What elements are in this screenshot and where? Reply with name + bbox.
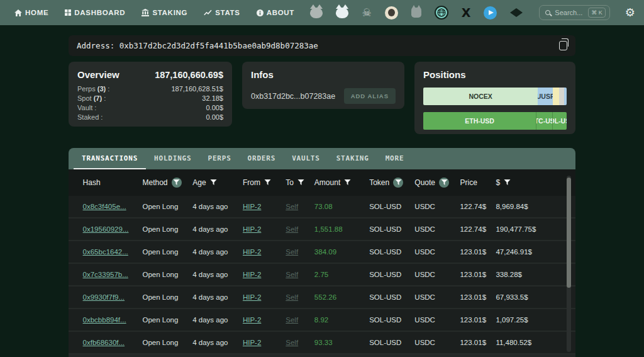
column-label: From xyxy=(243,178,260,187)
cell-price: 123.01$ xyxy=(460,293,496,301)
spot-segment[interactable] xyxy=(564,88,567,105)
tab-transactions[interactable]: TRANSACTIONS xyxy=(74,148,146,169)
table-header-row: HashMethodAgeFromToAmountTokenQuotePrice… xyxy=(69,169,575,196)
column-label: Amount xyxy=(314,178,340,187)
white-cat-icon[interactable] xyxy=(336,8,348,18)
cell-to: Self xyxy=(286,339,314,346)
cell-age: 4 days ago xyxy=(192,316,243,324)
tab-staking[interactable]: STAKING xyxy=(328,148,377,169)
hash-link[interactable]: 0x65bc1642... xyxy=(83,248,128,256)
cell-from: HIP-2 xyxy=(243,225,286,233)
top-navbar: HOME DASHBOARD STAKING STATS ABOUT ☠ X ⌘… xyxy=(0,0,644,25)
globe-icon[interactable] xyxy=(435,6,448,20)
to-link[interactable]: Self xyxy=(286,339,298,346)
search-box[interactable]: ⌘ K xyxy=(539,5,610,20)
table-row: 0x19560929...Open Long4 days agoHIP-2Sel… xyxy=(69,218,575,241)
tab-more[interactable]: MORE xyxy=(377,148,413,169)
table-scrollbar[interactable] xyxy=(567,176,571,352)
to-link[interactable]: Self xyxy=(286,248,298,256)
filter-icon[interactable] xyxy=(210,179,217,186)
hash-link[interactable]: 0x9930f7f9... xyxy=(83,293,125,301)
spot-segment[interactable] xyxy=(559,88,564,105)
cell-usd: 338.28$ xyxy=(496,271,560,278)
tab-vaults[interactable]: VAULTS xyxy=(284,148,328,169)
bank-icon xyxy=(142,9,149,16)
cell-price: 123.01$ xyxy=(460,316,496,324)
cell-to: Self xyxy=(286,316,314,324)
to-link[interactable]: Self xyxy=(286,203,298,210)
telegram-icon[interactable] xyxy=(484,6,497,20)
cell-usd: 67,933.5$ xyxy=(496,293,560,301)
tab-perps[interactable]: PERPS xyxy=(199,148,239,169)
filter-icon[interactable] xyxy=(439,178,449,188)
column-header-to: To xyxy=(286,178,314,187)
hash-link[interactable]: 0x8c3f405e... xyxy=(83,203,126,210)
perps-segment[interactable]: BTC-USD xyxy=(536,112,553,130)
add-alias-button[interactable]: ADD ALIAS xyxy=(344,88,396,104)
from-link[interactable]: HIP-2 xyxy=(243,316,261,324)
monkey-badge-icon[interactable] xyxy=(385,6,398,20)
nav-item-staking[interactable]: STAKING xyxy=(136,9,193,16)
cell-method: Open Long xyxy=(142,225,192,233)
tab-orders[interactable]: ORDERS xyxy=(240,148,284,169)
overview-card: Overview 187,160,660.69$ Perps (3) :187,… xyxy=(69,62,232,127)
from-link[interactable]: HIP-2 xyxy=(243,225,261,233)
from-link[interactable]: HIP-2 xyxy=(243,248,261,256)
cell-method: Open Long xyxy=(142,293,192,301)
hash-link[interactable]: 0xbcbb894f... xyxy=(83,316,126,324)
hash-link[interactable]: 0xfb68630f... xyxy=(83,339,125,346)
nav-item-dashboard[interactable]: DASHBOARD xyxy=(59,9,131,16)
cell-age: 4 days ago xyxy=(192,293,243,301)
nav-item-home[interactable]: HOME xyxy=(9,9,54,16)
from-link[interactable]: HIP-2 xyxy=(243,271,261,278)
filter-icon[interactable] xyxy=(393,178,403,188)
cell-price: 123.01$ xyxy=(460,248,496,256)
filter-icon[interactable] xyxy=(172,178,182,188)
perps-segment[interactable]: SOL-USD xyxy=(553,112,567,130)
filter-icon[interactable] xyxy=(504,179,511,186)
scrollbar-thumb[interactable] xyxy=(567,178,571,288)
from-link[interactable]: HIP-2 xyxy=(243,293,261,301)
to-link[interactable]: Self xyxy=(286,271,298,278)
to-link[interactable]: Self xyxy=(286,225,298,233)
perps-segment[interactable]: ETH-USD xyxy=(423,112,536,130)
cell-amount: 73.08 xyxy=(314,203,369,210)
search-input[interactable] xyxy=(555,9,584,16)
nav-item-about[interactable]: ABOUT xyxy=(251,9,300,16)
filter-icon[interactable] xyxy=(297,179,304,186)
to-link[interactable]: Self xyxy=(286,293,298,301)
tab-holdings[interactable]: HOLDINGS xyxy=(146,148,199,169)
column-label: Age xyxy=(192,178,206,187)
to-link[interactable]: Self xyxy=(286,316,298,324)
gray-cat-icon[interactable] xyxy=(310,8,323,18)
nav-item-stats[interactable]: STATS xyxy=(198,9,246,16)
cell-to: Self xyxy=(286,293,314,301)
spot-segment[interactable]: NOCEX xyxy=(423,88,538,105)
bowtie-icon[interactable] xyxy=(510,8,523,17)
robot-cat-icon[interactable] xyxy=(411,8,421,18)
hash-link[interactable]: 0x7c33957b... xyxy=(83,271,128,278)
info-icon xyxy=(257,9,264,16)
column-header-from: From xyxy=(243,178,286,187)
cell-hash: 0x19560929... xyxy=(83,225,143,233)
copy-icon[interactable] xyxy=(559,41,567,50)
cell-age: 4 days ago xyxy=(192,203,243,210)
overview-row-label: Spot (7) : xyxy=(77,94,106,103)
hash-link[interactable]: 0x19560929... xyxy=(83,225,129,233)
cell-age: 4 days ago xyxy=(192,271,243,278)
cell-amount: 8.92 xyxy=(314,316,369,324)
filter-icon[interactable] xyxy=(344,179,351,186)
spot-segment[interactable] xyxy=(553,88,559,105)
spot-segment[interactable]: UUSP xyxy=(538,88,553,105)
table-row: 0x8c3f405e...Open Long4 days agoHIP-2Sel… xyxy=(69,196,575,218)
table-row: 0x65bc1642...Open Long4 days agoHIP-2Sel… xyxy=(69,241,575,264)
from-link[interactable]: HIP-2 xyxy=(243,203,261,210)
skull-icon[interactable]: ☠ xyxy=(362,8,371,18)
cell-from: HIP-2 xyxy=(243,293,286,301)
cell-to: Self xyxy=(286,271,314,278)
x-twitter-icon[interactable]: X xyxy=(462,7,471,19)
from-link[interactable]: HIP-2 xyxy=(243,339,261,346)
filter-icon[interactable] xyxy=(264,179,271,186)
gear-icon[interactable]: ⚙ xyxy=(625,7,635,18)
overview-row-value: 32.18$ xyxy=(202,94,223,103)
